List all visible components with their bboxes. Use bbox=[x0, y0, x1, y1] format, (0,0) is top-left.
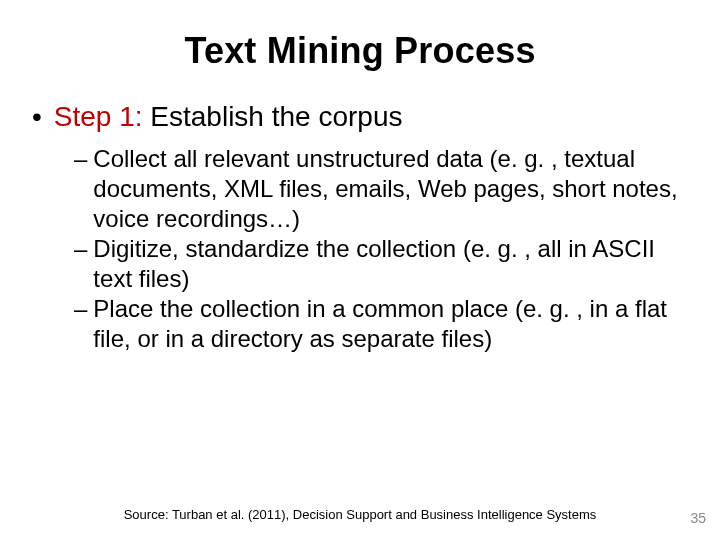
sub-bullet: – Place the collection in a common place… bbox=[74, 294, 688, 354]
source-citation: Source: Turban et al. (2011), Decision S… bbox=[0, 507, 720, 522]
step-label-rest: Establish the corpus bbox=[150, 101, 402, 132]
sub-text: Collect all relevant unstructured data (… bbox=[93, 144, 688, 234]
bullet-dot-icon: • bbox=[32, 100, 42, 134]
step-label-red: Step 1: bbox=[54, 101, 151, 132]
sub-bullet: – Digitize, standardize the collection (… bbox=[74, 234, 688, 294]
slide: Text Mining Process • Step 1: Establish … bbox=[0, 0, 720, 540]
sub-text: Digitize, standardize the collection (e.… bbox=[93, 234, 688, 294]
dash-icon: – bbox=[74, 294, 87, 324]
sub-bullet: – Collect all relevant unstructured data… bbox=[74, 144, 688, 234]
step-bullet: • Step 1: Establish the corpus bbox=[32, 100, 692, 134]
dash-icon: – bbox=[74, 144, 87, 174]
slide-title: Text Mining Process bbox=[28, 30, 692, 72]
step-text: Step 1: Establish the corpus bbox=[54, 100, 403, 134]
sub-text: Place the collection in a common place (… bbox=[93, 294, 688, 354]
page-number: 35 bbox=[690, 510, 706, 526]
dash-icon: – bbox=[74, 234, 87, 264]
